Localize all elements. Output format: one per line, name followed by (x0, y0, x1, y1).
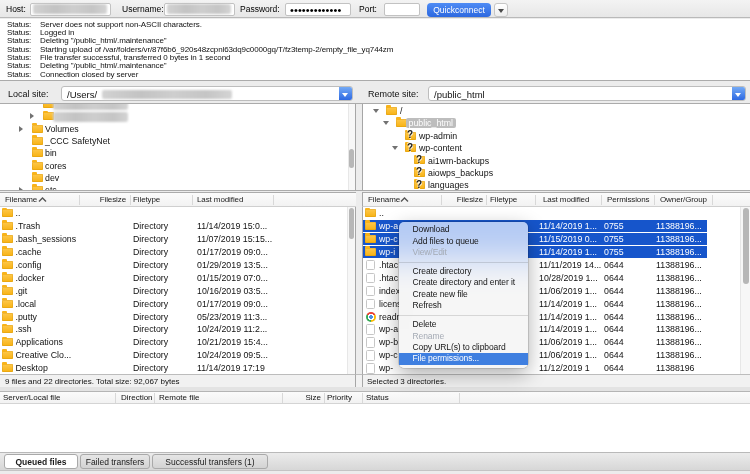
column-separator[interactable] (130, 195, 131, 205)
column-separator[interactable] (441, 195, 442, 205)
menu-item-rename[interactable]: Rename (399, 331, 528, 342)
column-separator[interactable] (712, 195, 713, 205)
tab-successful-transfers[interactable]: Successful transfers (1) (152, 454, 268, 469)
local-tree-item[interactable]: bin (0, 147, 355, 159)
column-separator[interactable] (362, 393, 363, 403)
column-direction[interactable]: Direction (121, 393, 153, 402)
file-modified: 11/14/2019 15:0... (197, 221, 273, 231)
menu-item-create-directory-and-enter-it[interactable]: Create directory and enter it (399, 277, 528, 288)
local-file-row[interactable]: ApplicationsDirectory10/21/2019 15:4... (0, 336, 355, 349)
column-filetype[interactable]: Filetype (133, 195, 160, 204)
column-filetype[interactable]: Filetype (490, 195, 517, 204)
menu-item-add-files-to-queue[interactable]: Add files to queue (399, 236, 528, 247)
column-separator[interactable] (115, 393, 116, 403)
column-permissions[interactable]: Permissions (607, 195, 649, 204)
local-file-row[interactable]: .. (0, 207, 355, 220)
remote-tree-item[interactable]: wp-content (363, 142, 750, 154)
menu-item-refresh[interactable]: Refresh (399, 300, 528, 311)
username-label: Username: (122, 4, 164, 14)
local-file-row[interactable]: .bash_sessionsDirectory11/07/2019 15:15.… (0, 233, 355, 246)
redacted-host-value (33, 4, 107, 14)
tab-queued-files[interactable]: Queued files (4, 454, 78, 469)
column-separator[interactable] (273, 195, 274, 205)
menu-item-create-new-file[interactable]: Create new file (399, 289, 528, 300)
local-file-row[interactable]: .gitDirectory10/16/2019 03:5... (0, 285, 355, 298)
column-separator[interactable] (192, 195, 193, 205)
password-label: Password: (240, 4, 280, 14)
quickconnect-dropdown-button[interactable] (494, 3, 508, 17)
local-file-row[interactable]: .localDirectory01/17/2019 09:0... (0, 298, 355, 311)
local-file-row[interactable]: Creative Clo...Directory10/24/2019 09:5.… (0, 349, 355, 362)
remote-tree-item[interactable]: aiowps_backups (363, 167, 750, 179)
scrollbar-thumb[interactable] (349, 149, 354, 168)
column-separator[interactable] (154, 393, 155, 403)
column-separator[interactable] (486, 195, 487, 205)
local-tree-item[interactable]: etc (0, 184, 355, 191)
local-tree-item[interactable]: cores (0, 160, 355, 172)
file-owner-group: 11388196... (656, 273, 711, 283)
file-owner-group: 11388196... (656, 234, 711, 244)
column-separator[interactable] (601, 195, 602, 205)
scrollbar-thumb[interactable] (349, 208, 355, 239)
remote-site-combo[interactable]: /public_html (428, 86, 746, 101)
column-remote-file[interactable]: Remote file (159, 393, 199, 402)
column-separator[interactable] (654, 195, 655, 205)
tab-failed-transfers[interactable]: Failed transfers (80, 454, 150, 469)
column-filename[interactable]: Filename (368, 195, 400, 204)
local-file-row[interactable]: DesktopDirectory11/14/2019 17:19 (0, 362, 355, 374)
menu-item-create-directory[interactable]: Create directory (399, 266, 528, 277)
password-field[interactable]: ••••••••••••• (285, 3, 351, 16)
column-filename[interactable]: Filename (5, 195, 37, 204)
local-file-row[interactable]: .configDirectory01/29/2019 13:5... (0, 259, 355, 272)
local-tree-item[interactable]: _CCC SafetyNet (0, 135, 355, 147)
local-file-row[interactable]: .cacheDirectory01/17/2019 09:0... (0, 246, 355, 259)
local-file-row[interactable]: .puttyDirectory05/23/2019 11:3... (0, 310, 355, 323)
column-status[interactable]: Status (366, 393, 389, 402)
column-filesize[interactable]: Filesize (92, 195, 126, 204)
folder-icon (386, 107, 397, 115)
local-site-combo[interactable]: /Users/ (61, 86, 353, 101)
disclosure-triangle-icon[interactable] (19, 187, 23, 191)
column-size[interactable]: Size (280, 393, 321, 402)
remote-tree-item[interactable]: public_html (363, 117, 750, 129)
folder-icon (32, 186, 43, 191)
remote-tree-item[interactable]: / (363, 105, 750, 117)
local-file-row[interactable]: .TrashDirectory11/14/2019 15:0... (0, 220, 355, 233)
local-tree-item[interactable] (0, 110, 355, 122)
column-separator[interactable] (459, 393, 460, 403)
disclosure-triangle-icon[interactable] (30, 113, 34, 119)
combo-dropdown-button[interactable] (732, 87, 745, 100)
column-last-modified[interactable]: Last modified (543, 195, 589, 204)
disclosure-triangle-icon[interactable] (392, 146, 398, 150)
scrollbar-thumb[interactable] (743, 208, 749, 284)
menu-item-download[interactable]: Download (399, 224, 528, 235)
column-last-modified[interactable]: Last modified (197, 195, 243, 204)
local-tree-item[interactable]: dev (0, 172, 355, 184)
column-separator[interactable] (535, 195, 536, 205)
disclosure-triangle-icon[interactable] (19, 126, 23, 132)
menu-item-copy-urls-to-clipboard[interactable]: Copy URL(s) to clipboard (399, 342, 528, 353)
remote-tree-item[interactable]: wp-admin (363, 130, 750, 142)
menu-item-view-edit[interactable]: View/Edit (399, 247, 528, 258)
remote-tree-item[interactable]: languages (363, 179, 750, 191)
column-filesize[interactable]: Filesize (449, 195, 483, 204)
remote-file-row[interactable]: .. (363, 207, 750, 220)
port-field[interactable] (384, 3, 420, 16)
menu-item-delete[interactable]: Delete (399, 319, 528, 330)
column-separator[interactable] (79, 195, 80, 205)
local-file-row[interactable]: .sshDirectory10/24/2019 11:2... (0, 323, 355, 336)
quickconnect-button[interactable]: Quickconnect (427, 3, 491, 17)
column-separator[interactable] (324, 393, 325, 403)
local-file-row[interactable]: .dockerDirectory01/15/2019 07:0... (0, 272, 355, 285)
disclosure-triangle-icon[interactable] (373, 109, 379, 113)
combo-dropdown-button[interactable] (339, 87, 352, 100)
menu-item-file-permissions[interactable]: File permissions... (399, 353, 528, 364)
column-priority[interactable]: Priority (327, 393, 352, 402)
local-tree-item[interactable]: Volumes (0, 123, 355, 135)
remote-tree-item[interactable]: ai1wm-backups (363, 154, 750, 166)
column-owner-group[interactable]: Owner/Group (660, 195, 707, 204)
scrollbar-track[interactable] (348, 104, 355, 191)
column-server-local-file[interactable]: Server/Local file (3, 393, 60, 402)
file-modified: 11/11/2019 14... (539, 260, 604, 270)
disclosure-triangle-icon[interactable] (383, 121, 389, 125)
